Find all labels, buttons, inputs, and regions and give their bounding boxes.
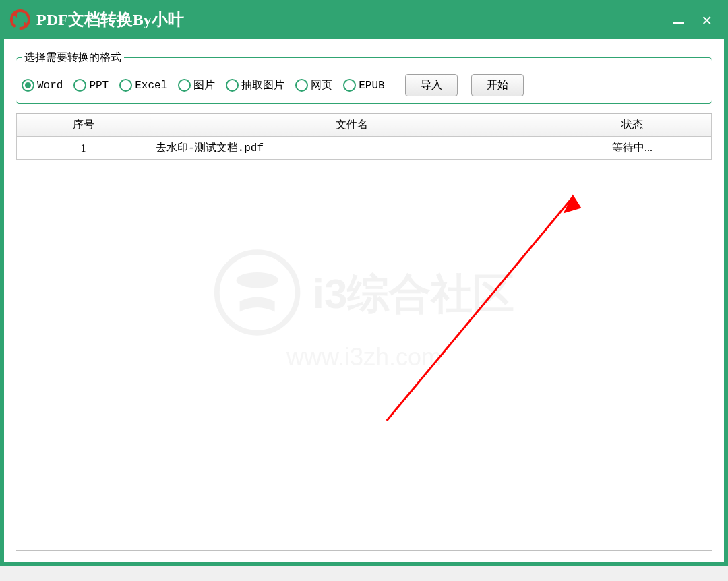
window-controls: ✕ <box>673 10 720 29</box>
radio-icon <box>343 79 356 92</box>
client-area: 选择需要转换的格式 Word PPT Excel 图片 <box>4 39 724 562</box>
radio-icon <box>22 79 34 92</box>
radio-icon <box>119 79 132 92</box>
annotation-arrow <box>16 192 712 475</box>
format-legend: 选择需要转换的格式 <box>22 51 124 65</box>
format-row: Word PPT Excel 图片 抽取图片 <box>22 74 706 96</box>
cell-name: 去水印-测试文档.pdf <box>150 137 553 160</box>
app-window: PDF文档转换By小叶 ✕ 选择需要转换的格式 Word PPT Excel <box>0 0 728 566</box>
radio-webpage[interactable]: 网页 <box>295 78 332 92</box>
svg-line-2 <box>387 197 573 421</box>
watermark-text: i3综合社区 <box>313 266 515 322</box>
titlebar[interactable]: PDF文档转换By小叶 ✕ <box>0 0 728 39</box>
radio-icon <box>73 79 86 92</box>
format-group: 选择需要转换的格式 Word PPT Excel 图片 <box>16 51 712 104</box>
watermark: i3综合社区 www.i3zh.com <box>214 249 515 371</box>
file-table: 序号 文件名 状态 1 去水印-测试文档.pdf 等待中... <box>16 114 712 160</box>
table-row[interactable]: 1 去水印-测试文档.pdf 等待中... <box>17 137 712 160</box>
radio-icon <box>178 79 191 92</box>
svg-point-1 <box>236 272 278 288</box>
import-button[interactable]: 导入 <box>405 74 458 96</box>
file-table-container: 序号 文件名 状态 1 去水印-测试文档.pdf 等待中... <box>16 113 712 551</box>
radio-epub[interactable]: EPUB <box>343 79 384 92</box>
radio-excel[interactable]: Excel <box>119 79 167 92</box>
radio-ppt[interactable]: PPT <box>73 79 109 92</box>
radio-icon <box>295 79 308 92</box>
radio-icon <box>226 79 239 92</box>
start-button[interactable]: 开始 <box>471 74 524 96</box>
close-button[interactable]: ✕ <box>702 10 712 29</box>
table-header-row: 序号 文件名 状态 <box>17 114 712 137</box>
svg-point-0 <box>217 252 298 333</box>
col-header-status[interactable]: 状态 <box>553 114 712 137</box>
col-header-no[interactable]: 序号 <box>17 114 150 137</box>
col-header-name[interactable]: 文件名 <box>150 114 553 137</box>
radio-extract-image[interactable]: 抽取图片 <box>226 78 284 92</box>
svg-marker-3 <box>564 195 582 214</box>
app-icon <box>8 7 32 32</box>
minimize-button[interactable] <box>673 22 684 24</box>
cell-no: 1 <box>17 137 150 160</box>
action-buttons: 导入 开始 <box>405 74 524 96</box>
radio-image[interactable]: 图片 <box>178 78 215 92</box>
cell-status: 等待中... <box>553 137 712 160</box>
window-title: PDF文档转换By小叶 <box>36 9 673 30</box>
radio-word[interactable]: Word <box>22 79 63 92</box>
watermark-url: www.i3zh.com <box>214 343 515 371</box>
